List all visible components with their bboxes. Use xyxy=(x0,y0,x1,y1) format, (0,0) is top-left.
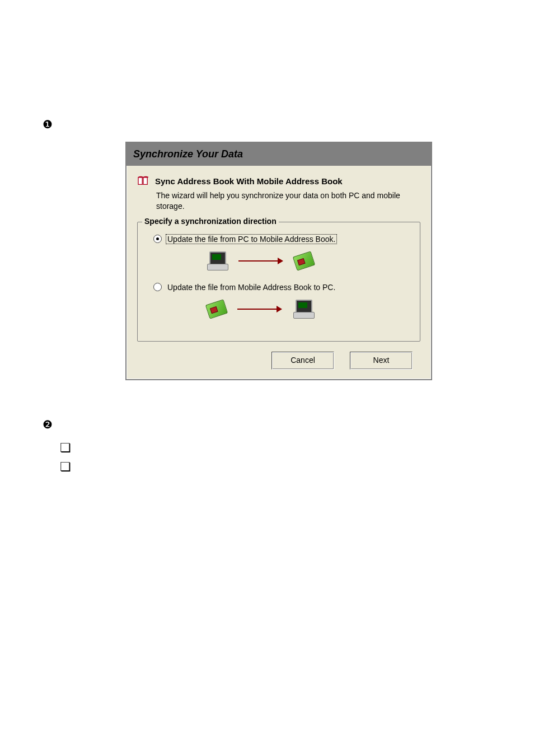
radio-label: Update the file from Mobile Address Book… xyxy=(166,283,336,292)
diagram-pc-to-mobile xyxy=(207,251,404,270)
fieldset-legend: Specify a synchronization direction xyxy=(142,217,279,226)
step-1-marker: ❶ xyxy=(43,118,53,131)
diagram-mobile-to-pc xyxy=(207,300,404,319)
wizard-section-title: Sync Address Book With Mobile Address Bo… xyxy=(155,176,343,186)
pc-icon xyxy=(293,300,313,319)
checkbox-marker-1: ❏ xyxy=(60,441,71,455)
address-book-icon xyxy=(137,176,149,186)
pc-icon xyxy=(207,251,227,270)
wizard-button-row: Cancel Next xyxy=(137,346,420,376)
radio-label: Update the file from PC to Mobile Addres… xyxy=(166,235,336,244)
page: ❶ Synchronize Your Data Sync Address Boo… xyxy=(0,0,534,756)
radio-mobile-to-pc[interactable]: Update the file from Mobile Address Book… xyxy=(153,283,404,292)
sync-wizard-window: Synchronize Your Data Sync Address Book … xyxy=(125,142,432,380)
radio-pc-to-mobile[interactable]: Update the file from PC to Mobile Addres… xyxy=(153,235,404,244)
arrow-right-icon xyxy=(237,306,282,312)
wizard-body: Sync Address Book With Mobile Address Bo… xyxy=(127,166,431,379)
wizard-section-header: Sync Address Book With Mobile Address Bo… xyxy=(137,176,420,186)
sim-card-icon xyxy=(293,251,315,270)
wizard-section-desc: The wizard will help you synchronize you… xyxy=(156,190,419,212)
sim-card-icon xyxy=(205,299,228,319)
step-2-marker: ❷ xyxy=(43,418,53,431)
next-button[interactable]: Next xyxy=(350,352,413,370)
cancel-button[interactable]: Cancel xyxy=(271,352,334,370)
arrow-right-icon xyxy=(238,258,283,264)
sync-direction-fieldset: Specify a synchronization direction Upda… xyxy=(137,222,420,342)
wizard-title: Synchronize Your Data xyxy=(127,143,431,166)
checkbox-marker-2: ❏ xyxy=(60,460,71,474)
radio-icon xyxy=(153,283,162,291)
radio-icon xyxy=(153,235,162,243)
